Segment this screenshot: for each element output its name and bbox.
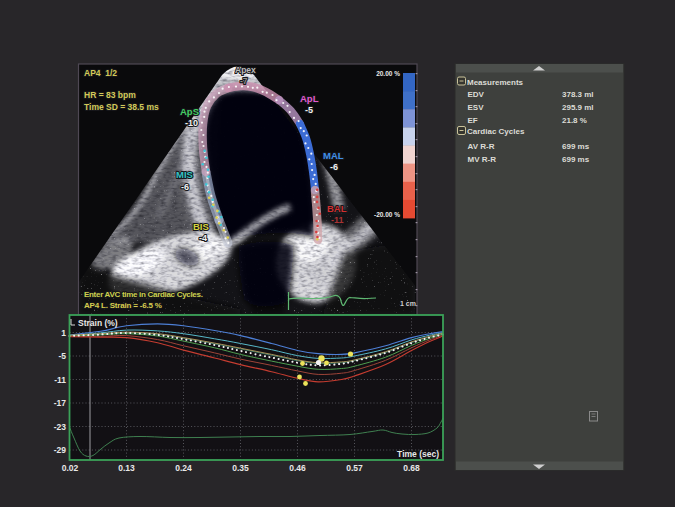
svg-text:-7: -7 (240, 76, 248, 86)
svg-text:EF: EF (468, 116, 478, 125)
svg-text:21.8 %: 21.8 % (562, 116, 587, 125)
svg-text:1 cm: 1 cm (400, 300, 416, 307)
svg-text:MV R-R: MV R-R (468, 155, 497, 164)
svg-text:EDV: EDV (468, 90, 485, 99)
svg-text:0.35: 0.35 (232, 463, 249, 473)
svg-text:ApL: ApL (300, 93, 319, 104)
svg-text:-29: -29 (54, 445, 67, 455)
svg-text:Apex: Apex (235, 65, 256, 75)
svg-text:0.57: 0.57 (346, 463, 363, 473)
svg-text:MAL: MAL (323, 150, 344, 161)
svg-text:1: 1 (61, 328, 66, 338)
svg-text:-11: -11 (54, 375, 66, 385)
svg-text:-5: -5 (305, 105, 313, 115)
svg-text:Cardiac Cycles: Cardiac Cycles (467, 127, 525, 136)
svg-text:699 ms: 699 ms (562, 155, 590, 164)
svg-text:699 ms: 699 ms (562, 142, 590, 151)
svg-text:295.9 ml: 295.9 ml (562, 103, 594, 112)
svg-text:AP4 L. Strain = -6.5 %: AP4 L. Strain = -6.5 % (84, 301, 162, 310)
svg-text:Strain (%): Strain (%) (78, 318, 118, 328)
svg-text:0.02: 0.02 (62, 463, 79, 473)
svg-text:-11: -11 (331, 215, 344, 225)
svg-text:0.24: 0.24 (175, 463, 192, 473)
svg-text:AP4 1/2: AP4 1/2 (84, 68, 117, 78)
svg-text:-4: -4 (199, 233, 207, 243)
svg-text:MIS: MIS (176, 169, 193, 180)
svg-text:Time SD = 38.5 ms: Time SD = 38.5 ms (84, 102, 159, 112)
svg-text:BIS: BIS (193, 221, 209, 232)
svg-text:ApS: ApS (180, 106, 199, 117)
svg-text:-17: -17 (54, 398, 67, 408)
svg-text:0.13: 0.13 (118, 463, 135, 473)
svg-text:AV R-R: AV R-R (468, 142, 495, 151)
svg-text:20.00 %: 20.00 % (376, 70, 400, 77)
svg-text:Time (sec): Time (sec) (397, 449, 439, 459)
svg-text:HR = 83 bpm: HR = 83 bpm (84, 90, 136, 100)
svg-text:-23: -23 (54, 422, 67, 432)
svg-text:0.68: 0.68 (403, 463, 420, 473)
svg-text:-5: -5 (58, 351, 66, 361)
svg-text:0.46: 0.46 (289, 463, 306, 473)
svg-text:-20.00 %: -20.00 % (374, 211, 400, 218)
svg-text:-6: -6 (181, 182, 189, 192)
svg-text:BAL: BAL (327, 203, 347, 214)
svg-text:-6: -6 (330, 162, 338, 172)
svg-text:378.3 ml: 378.3 ml (562, 90, 594, 99)
svg-text:Enter AVC time in Cardiac Cycl: Enter AVC time in Cardiac Cycles. (84, 290, 203, 299)
svg-text:Measurements: Measurements (467, 78, 524, 87)
svg-text:ESV: ESV (468, 103, 485, 112)
svg-text:-10: -10 (185, 118, 198, 128)
